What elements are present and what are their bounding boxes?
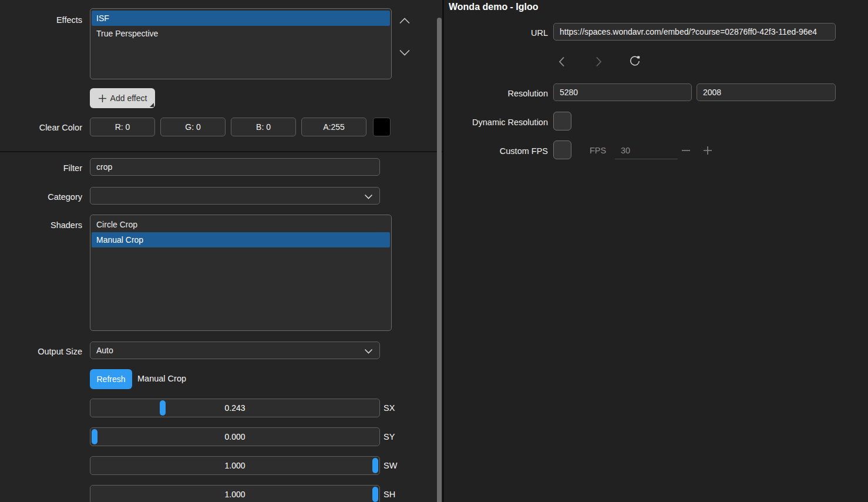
- effects-list-item-true-perspective[interactable]: True Perspective: [92, 26, 390, 41]
- sy-slider-label: SY: [383, 432, 395, 441]
- fps-unit-label: FPS: [590, 146, 606, 155]
- clear-color-label: Clear Color: [0, 122, 82, 133]
- output-size-label: Output Size: [0, 346, 82, 357]
- dropdown-corner-icon: [150, 103, 154, 107]
- sw-slider-value: 1.000: [90, 457, 379, 474]
- sw-slider-label: SW: [383, 461, 397, 470]
- source-title: Wonda demo - Igloo: [449, 2, 539, 12]
- clear-color-a-field[interactable]: A:255: [301, 118, 366, 136]
- url-label: URL: [444, 28, 548, 38]
- panel-scrollbar[interactable]: [437, 18, 442, 502]
- source-panel: Wonda demo - Igloo URL https://spaces.wo…: [444, 0, 868, 502]
- chevron-left-icon: [556, 56, 570, 68]
- sx-slider-value: 0.243: [90, 399, 379, 417]
- sw-slider[interactable]: 1.000: [90, 456, 380, 475]
- filter-label: Filter: [0, 163, 82, 173]
- minus-icon: [681, 145, 694, 156]
- nav-forward-button[interactable]: [593, 55, 607, 69]
- output-size-select[interactable]: Auto: [90, 342, 380, 359]
- custom-fps-checkbox[interactable]: [553, 140, 571, 159]
- effects-list-item-isf[interactable]: ISF: [92, 11, 390, 26]
- effects-label: Effects: [0, 15, 82, 25]
- app-window: Effects ISF True Perspective: [0, 0, 868, 502]
- effects-list: ISF True Perspective: [90, 8, 392, 79]
- sx-slider[interactable]: 0.243: [90, 399, 380, 417]
- sh-slider-label: SH: [383, 490, 395, 499]
- category-label: Category: [0, 192, 82, 202]
- sh-slider-value: 1.000: [90, 486, 379, 502]
- shaders-label: Shaders: [0, 220, 82, 230]
- fps-decrement-button[interactable]: [681, 144, 694, 157]
- sx-slider-label: SX: [383, 403, 395, 413]
- resolution-label: Resolution: [444, 88, 548, 99]
- shaders-list-item-circle-crop[interactable]: Circle Crop: [92, 217, 390, 232]
- clear-color-b-field[interactable]: B: 0: [231, 118, 296, 136]
- clear-color-g-field[interactable]: G: 0: [160, 118, 226, 136]
- fps-value-input[interactable]: 30: [621, 146, 630, 155]
- filter-input[interactable]: crop: [90, 158, 380, 176]
- active-shader-name: Manual Crop: [137, 374, 186, 383]
- url-input[interactable]: https://spaces.wondavr.com/embed/?course…: [553, 23, 836, 41]
- chevron-right-icon: [593, 56, 607, 68]
- clear-color-swatch[interactable]: [373, 118, 391, 136]
- move-effect-down-button[interactable]: [398, 47, 412, 58]
- add-effect-label: Add effect: [110, 93, 147, 103]
- resolution-height-input[interactable]: 2008: [697, 83, 836, 101]
- add-effect-button[interactable]: Add effect: [90, 88, 155, 108]
- nav-back-button[interactable]: [556, 55, 570, 69]
- move-effect-up-button[interactable]: [398, 15, 412, 26]
- chevron-down-icon: [398, 48, 412, 57]
- plus-icon: [702, 145, 715, 156]
- section-divider: [0, 151, 442, 152]
- clear-color-r-field[interactable]: R: 0: [90, 118, 155, 136]
- dynamic-resolution-label: Dynamic Resolution: [444, 117, 548, 128]
- fps-input-underline: [615, 159, 678, 159]
- effects-panel: Effects ISF True Perspective: [0, 0, 442, 502]
- resolution-width-input[interactable]: 5280: [553, 83, 692, 101]
- output-size-value: Auto: [96, 346, 113, 355]
- shaders-list: Circle Crop Manual Crop: [90, 215, 392, 331]
- chevron-down-icon: [364, 194, 373, 199]
- chevron-up-icon: [398, 16, 412, 25]
- sy-slider[interactable]: 0.000: [90, 427, 380, 446]
- sy-slider-value: 0.000: [90, 428, 379, 446]
- dynamic-resolution-checkbox[interactable]: [553, 112, 571, 130]
- plus-icon-button[interactable]: [702, 144, 715, 157]
- plus-icon: [98, 94, 107, 103]
- chevron-down-icon: [364, 349, 373, 354]
- refresh-button[interactable]: Refresh: [90, 369, 132, 389]
- shaders-list-item-manual-crop[interactable]: Manual Crop: [92, 232, 390, 247]
- refresh-icon-button[interactable]: [628, 54, 642, 68]
- category-select[interactable]: [90, 187, 380, 205]
- sh-slider[interactable]: 1.000: [90, 485, 380, 502]
- refresh-icon: [628, 55, 642, 68]
- custom-fps-label: Custom FPS: [444, 146, 548, 156]
